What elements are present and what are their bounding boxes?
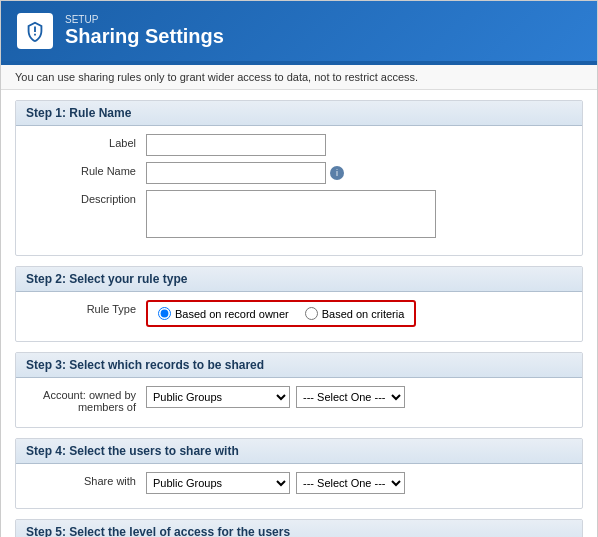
rule-type-label: Rule Type bbox=[26, 300, 146, 315]
info-bar: You can use sharing rules only to grant … bbox=[1, 65, 597, 90]
step1-heading: Step 1: Rule Name bbox=[16, 101, 582, 126]
owned-by-control: Public Groups Roles Roles and Subordinat… bbox=[146, 386, 572, 408]
header-icon bbox=[17, 13, 53, 49]
rulename-row: Rule Name i bbox=[26, 162, 572, 184]
rulename-input[interactable] bbox=[146, 162, 326, 184]
label-field-label: Label bbox=[26, 134, 146, 149]
label-row: Label bbox=[26, 134, 572, 156]
step3-section: Step 3: Select which records to be share… bbox=[15, 352, 583, 428]
description-row: Description bbox=[26, 190, 572, 241]
page-title: Sharing Settings bbox=[65, 25, 224, 48]
header-text: SETUP Sharing Settings bbox=[65, 14, 224, 48]
label-input[interactable] bbox=[146, 134, 326, 156]
label-field-control bbox=[146, 134, 572, 156]
step5-heading: Step 5: Select the level of access for t… bbox=[16, 520, 582, 537]
step3-selectone-select[interactable]: --- Select One --- bbox=[296, 386, 405, 408]
owned-by-row: Account: owned by members of Public Grou… bbox=[26, 386, 572, 413]
radio-record-owner-input[interactable] bbox=[158, 307, 171, 320]
share-with-label: Share with bbox=[26, 472, 146, 487]
share-with-row: Share with Public Groups Roles Roles and… bbox=[26, 472, 572, 494]
description-field-label: Description bbox=[26, 190, 146, 205]
step5-section: Step 5: Select the level of access for t… bbox=[15, 519, 583, 537]
rulename-field-control: i bbox=[146, 162, 572, 184]
step4-selectone-select[interactable]: --- Select One --- bbox=[296, 472, 405, 494]
step4-body: Share with Public Groups Roles Roles and… bbox=[16, 464, 582, 508]
step2-body: Rule Type Based on record owner Based on… bbox=[16, 292, 582, 341]
step3-heading: Step 3: Select which records to be share… bbox=[16, 353, 582, 378]
setup-label: SETUP bbox=[65, 14, 224, 25]
step3-group-select[interactable]: Public Groups Roles Roles and Subordinat… bbox=[146, 386, 290, 408]
rulename-field-label: Rule Name bbox=[26, 162, 146, 177]
step4-heading: Step 4: Select the users to share with bbox=[16, 439, 582, 464]
rule-type-box: Based on record owner Based on criteria bbox=[146, 300, 416, 327]
page-header: SETUP Sharing Settings bbox=[1, 1, 597, 61]
rule-type-row: Rule Type Based on record owner Based on… bbox=[26, 300, 572, 327]
step4-section: Step 4: Select the users to share with S… bbox=[15, 438, 583, 509]
step1-body: Label Rule Name i bbox=[16, 126, 582, 255]
step1-section: Step 1: Rule Name Label Rule Name bbox=[15, 100, 583, 256]
share-with-control: Public Groups Roles Roles and Subordinat… bbox=[146, 472, 572, 494]
radio-record-owner[interactable]: Based on record owner bbox=[158, 307, 289, 320]
radio-criteria[interactable]: Based on criteria bbox=[305, 307, 405, 320]
radio-criteria-input[interactable] bbox=[305, 307, 318, 320]
step4-select-row: Public Groups Roles Roles and Subordinat… bbox=[146, 472, 572, 494]
info-icon[interactable]: i bbox=[330, 166, 344, 180]
owned-by-label: Account: owned by members of bbox=[26, 386, 146, 413]
rule-type-control: Based on record owner Based on criteria bbox=[146, 300, 572, 327]
step4-group-select[interactable]: Public Groups Roles Roles and Subordinat… bbox=[146, 472, 290, 494]
description-textarea[interactable] bbox=[146, 190, 436, 238]
description-field-control bbox=[146, 190, 572, 241]
step3-select-row: Public Groups Roles Roles and Subordinat… bbox=[146, 386, 572, 408]
step2-section: Step 2: Select your rule type Rule Type … bbox=[15, 266, 583, 342]
step3-body: Account: owned by members of Public Grou… bbox=[16, 378, 582, 427]
step2-heading: Step 2: Select your rule type bbox=[16, 267, 582, 292]
